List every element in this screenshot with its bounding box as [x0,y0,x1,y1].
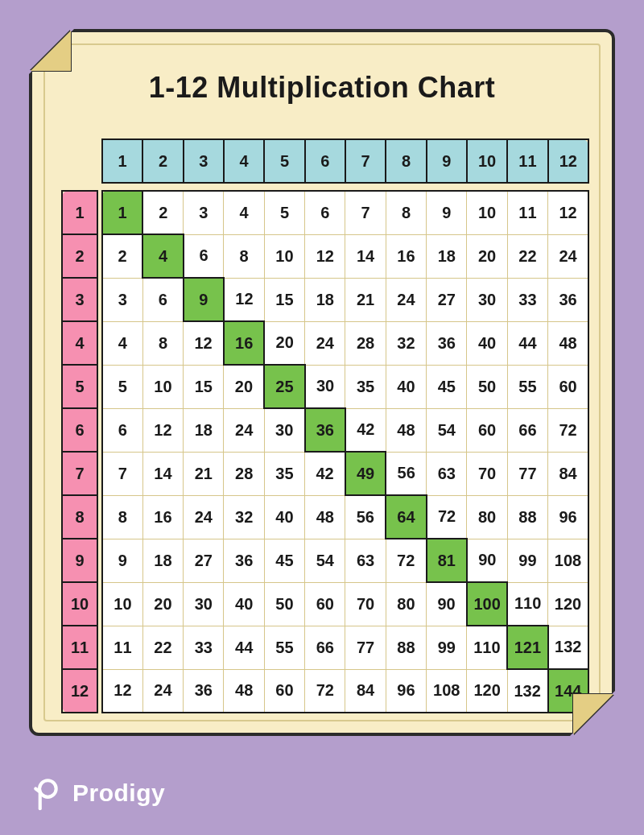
table-cell: 14 [142,452,183,495]
table-cell: 2 [142,191,183,234]
table-cell: 121 [507,626,547,669]
table-cell: 9 [102,539,142,582]
table-cell: 40 [386,365,426,408]
table-cell: 5 [264,191,304,234]
table-cell: 72 [427,495,467,539]
table-cell: 21 [345,278,386,321]
table-cell: 50 [264,582,304,626]
table-cell: 11 [102,626,142,669]
table-cell: 96 [548,495,588,539]
table-cell: 6 [305,191,345,234]
table-cell: 108 [548,539,588,582]
column-header: 10 [467,139,507,183]
table-cell: 16 [142,495,183,539]
table-cell: 132 [507,669,547,713]
row-header: 1 [62,191,97,234]
row-header: 6 [62,408,97,452]
column-header: 5 [264,139,304,183]
brand-name: Prodigy [72,779,165,807]
table-cell: 99 [507,539,547,582]
row-header: 8 [62,495,97,539]
table-cell: 77 [345,626,386,669]
table-cell: 14 [345,234,386,278]
table-cell: 72 [305,669,345,713]
table-cell: 110 [507,582,547,626]
table-cell: 10 [264,234,304,278]
table-cell: 28 [224,452,264,495]
table-cell: 16 [386,234,426,278]
table-cell: 120 [548,582,588,626]
row-header: 5 [62,365,97,408]
table-cell: 18 [184,408,224,452]
table-cell: 45 [427,365,467,408]
table-cell: 45 [264,539,304,582]
table-cell: 25 [264,365,304,408]
table-cell: 33 [507,278,547,321]
table-cell: 54 [427,408,467,452]
table-cell: 42 [305,452,345,495]
table-cell: 4 [142,234,183,278]
table-cell: 12 [184,321,224,365]
table-cell: 10 [467,191,507,234]
table-cell: 42 [345,408,386,452]
table-cell: 24 [305,321,345,365]
table-cell: 30 [264,408,304,452]
table-cell: 8 [224,234,264,278]
table-cell: 60 [467,408,507,452]
table-cell: 20 [224,365,264,408]
table-cell: 60 [548,365,588,408]
row-header: 12 [62,669,97,713]
table-cell: 36 [427,321,467,365]
svg-point-0 [39,780,56,797]
column-header: 4 [224,139,264,183]
table-cell: 11 [507,191,547,234]
table-cell: 40 [264,495,304,539]
table-cell: 4 [102,321,142,365]
table-corner [62,139,97,183]
table-cell: 132 [548,626,588,669]
table-cell: 40 [224,582,264,626]
row-header: 3 [62,278,97,321]
table-cell: 20 [467,234,507,278]
row-header: 7 [62,452,97,495]
column-header: 2 [142,139,183,183]
table-cell: 81 [427,539,467,582]
multiplication-table: 1234567891011121123456789101112224681012… [61,138,589,713]
table-cell: 6 [184,234,224,278]
table-cell: 80 [467,495,507,539]
table-cell: 48 [548,321,588,365]
table-cell: 5 [102,365,142,408]
table-cell: 56 [345,495,386,539]
table-cell: 36 [305,408,345,452]
table-cell: 70 [467,452,507,495]
table-cell: 56 [386,452,426,495]
table-cell: 12 [102,669,142,713]
table-cell: 28 [345,321,386,365]
table-cell: 24 [548,234,588,278]
column-header: 6 [305,139,345,183]
table-cell: 6 [102,408,142,452]
table-cell: 72 [548,408,588,452]
table-cell: 66 [507,408,547,452]
table-cell: 44 [507,321,547,365]
table-cell: 18 [142,539,183,582]
table-cell: 50 [467,365,507,408]
table-cell: 60 [264,669,304,713]
row-header: 4 [62,321,97,365]
table-cell: 30 [305,365,345,408]
row-header: 10 [62,582,97,626]
table-cell: 2 [102,234,142,278]
column-header: 7 [345,139,386,183]
table-cell: 90 [427,582,467,626]
table-cell: 18 [305,278,345,321]
table-cell: 27 [184,539,224,582]
brand: Prodigy [29,775,165,811]
table-cell: 40 [467,321,507,365]
row-header: 11 [62,626,97,669]
table-cell: 27 [427,278,467,321]
table-cell: 99 [427,626,467,669]
table-cell: 84 [548,452,588,495]
table-cell: 6 [142,278,183,321]
table-cell: 18 [427,234,467,278]
table-cell: 64 [386,495,426,539]
